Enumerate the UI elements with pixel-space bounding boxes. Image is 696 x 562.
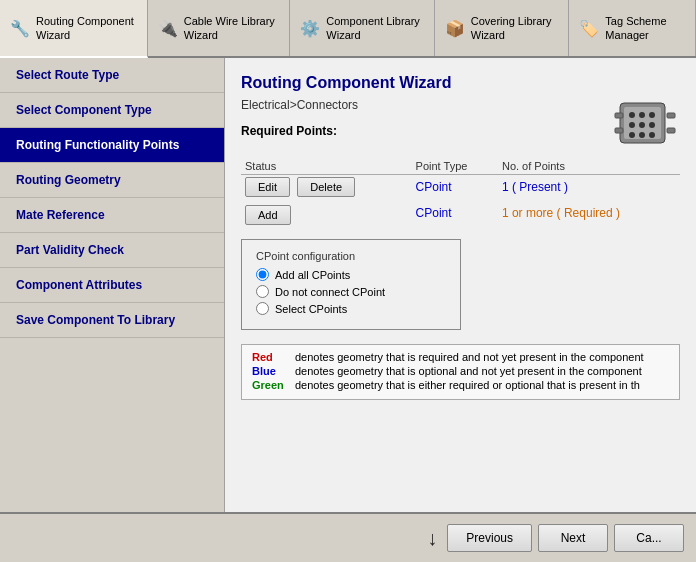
cable-wizard-icon: 🔌	[158, 16, 178, 40]
legend-color-label: Green	[252, 379, 287, 391]
toolbar-item-tag-manager[interactable]: 🏷️ Tag Scheme Manager	[569, 0, 696, 56]
legend-text: denotes geometry that is either required…	[295, 379, 640, 391]
svg-point-9	[639, 132, 645, 138]
row1-point-type: CPoint	[412, 175, 498, 200]
sidebar-item-select-route-type[interactable]: Select Route Type	[0, 58, 224, 93]
add-button[interactable]: Add	[245, 205, 291, 225]
legend-text: denotes geometry that is optional and no…	[295, 365, 642, 377]
sidebar: Select Route TypeSelect Component TypeRo…	[0, 58, 225, 512]
connector-image	[610, 88, 680, 158]
svg-rect-12	[667, 113, 675, 118]
component-wizard-label: Component Library Wizard	[326, 14, 423, 43]
svg-point-6	[639, 122, 645, 128]
delete-button[interactable]: Delete	[297, 177, 355, 197]
toolbar-item-component-wizard[interactable]: ⚙️ Component Library Wizard	[290, 0, 434, 56]
svg-point-7	[649, 122, 655, 128]
component-wizard-icon: ⚙️	[300, 16, 320, 40]
sidebar-item-routing-functionality-points[interactable]: Routing Functionality Points	[0, 128, 224, 163]
radio-select[interactable]	[256, 302, 269, 315]
legend-row: Red denotes geometry that is required an…	[252, 351, 669, 363]
row1-buttons: Edit Delete	[241, 175, 412, 200]
svg-point-3	[639, 112, 645, 118]
svg-point-8	[629, 132, 635, 138]
legend-row: Blue denotes geometry that is optional a…	[252, 365, 669, 377]
edit-button[interactable]: Edit	[245, 177, 290, 197]
covering-wizard-icon: 📦	[445, 16, 465, 40]
legend-text: denotes geometry that is required and no…	[295, 351, 644, 363]
previous-button[interactable]: Previous	[447, 524, 532, 552]
svg-point-10	[649, 132, 655, 138]
radio-no-connect[interactable]	[256, 285, 269, 298]
points-table: Status Point Type No. of Points Edit Del…	[241, 158, 680, 227]
sidebar-item-save-to-library[interactable]: Save Component To Library	[0, 303, 224, 338]
svg-point-5	[629, 122, 635, 128]
radio-label-select: Select CPoints	[275, 303, 347, 315]
tag-manager-icon: 🏷️	[579, 16, 599, 40]
sidebar-item-routing-geometry[interactable]: Routing Geometry	[0, 163, 224, 198]
radio-label-add-all: Add all CPoints	[275, 269, 350, 281]
table-row: Add CPoint 1 or more ( Required )	[241, 199, 680, 227]
row1-points: 1 ( Present )	[498, 175, 680, 200]
sidebar-item-component-attributes[interactable]: Component Attributes	[0, 268, 224, 303]
legend-row: Green denotes geometry that is either re…	[252, 379, 669, 391]
row2-points: 1 or more ( Required )	[498, 199, 680, 227]
routing-wizard-icon: 🔧	[10, 16, 30, 40]
footer: ↓ Previous Next Ca...	[0, 512, 696, 562]
next-button[interactable]: Next	[538, 524, 608, 552]
radio-row-no-connect: Do not connect CPoint	[256, 285, 446, 298]
next-arrow-icon: ↓	[427, 527, 437, 550]
covering-wizard-label: Covering Library Wizard	[471, 14, 559, 43]
toolbar-item-routing-wizard[interactable]: 🔧 Routing Component Wizard	[0, 0, 148, 58]
svg-rect-14	[667, 128, 675, 133]
toolbar-item-covering-wizard[interactable]: 📦 Covering Library Wizard	[435, 0, 570, 56]
tag-manager-label: Tag Scheme Manager	[605, 14, 685, 43]
radio-row-add-all: Add all CPoints	[256, 268, 446, 281]
radio-add-all[interactable]	[256, 268, 269, 281]
sidebar-item-select-component-type[interactable]: Select Component Type	[0, 93, 224, 128]
col-status: Status	[241, 158, 412, 175]
svg-rect-11	[615, 113, 623, 118]
content-area: Routing Component Wizard Electrical>Conn…	[225, 58, 696, 512]
toolbar: 🔧 Routing Component Wizard 🔌 Cable Wire …	[0, 0, 696, 58]
toolbar-item-cable-wizard[interactable]: 🔌 Cable Wire Library Wizard	[148, 0, 291, 56]
legend-color-label: Blue	[252, 365, 287, 377]
row2-buttons: Add	[241, 199, 412, 227]
col-no-points: No. of Points	[498, 158, 680, 175]
cpoint-config-box: CPoint configuration Add all CPoints Do …	[241, 239, 461, 330]
table-row: Edit Delete CPoint 1 ( Present )	[241, 175, 680, 200]
radio-label-no-connect: Do not connect CPoint	[275, 286, 385, 298]
row2-point-type: CPoint	[412, 199, 498, 227]
svg-point-2	[629, 112, 635, 118]
main-container: Select Route TypeSelect Component TypeRo…	[0, 58, 696, 512]
routing-wizard-label: Routing Component Wizard	[36, 14, 137, 43]
col-point-type: Point Type	[412, 158, 498, 175]
cancel-button[interactable]: Ca...	[614, 524, 684, 552]
svg-rect-13	[615, 128, 623, 133]
legend-color-label: Red	[252, 351, 287, 363]
svg-point-4	[649, 112, 655, 118]
legend-box: Red denotes geometry that is required an…	[241, 344, 680, 400]
radio-row-select: Select CPoints	[256, 302, 446, 315]
sidebar-item-mate-reference[interactable]: Mate Reference	[0, 198, 224, 233]
cable-wizard-label: Cable Wire Library Wizard	[184, 14, 280, 43]
sidebar-item-part-validity-check[interactable]: Part Validity Check	[0, 233, 224, 268]
cpoint-config-title: CPoint configuration	[256, 250, 446, 262]
